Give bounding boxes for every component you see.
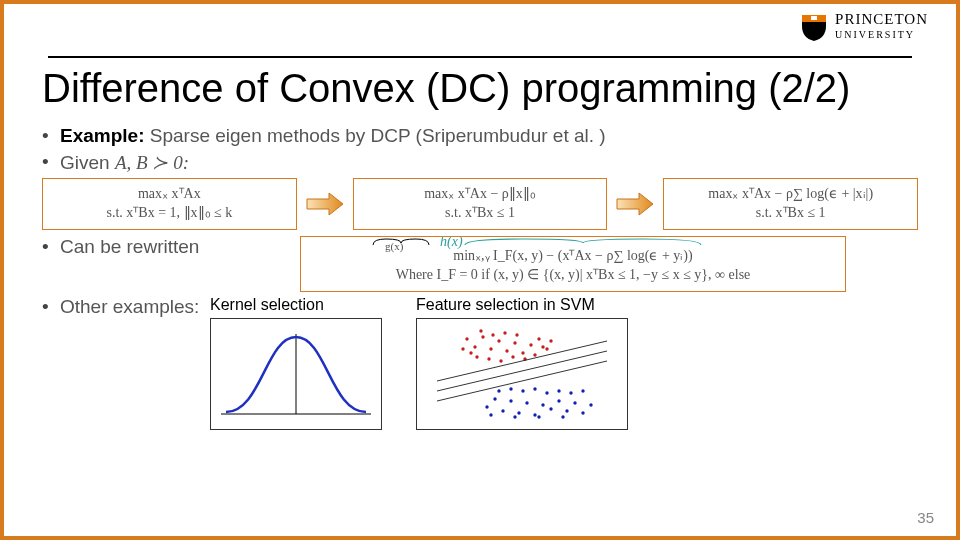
svg-point-33 <box>525 401 528 404</box>
svg-point-53 <box>561 415 564 418</box>
svg-point-32 <box>517 411 520 414</box>
shield-icon <box>799 12 829 42</box>
bullet-example: Example: Sparse eigen methods by DCP (Sr… <box>42 125 918 147</box>
examples-row: Kernel selection Feature selection in SV… <box>210 296 918 430</box>
other-label: Other examples: <box>60 296 199 317</box>
bullet-rewrite: Can be rewritten g(x) minₓ,ᵧ I_F(x, y) −… <box>42 236 918 292</box>
bullet-other: Other examples: Kernel selection Feature… <box>42 296 918 430</box>
svg-point-5 <box>481 335 484 338</box>
svg-point-48 <box>569 391 572 394</box>
svg-point-16 <box>499 359 502 362</box>
svg-point-10 <box>521 351 524 354</box>
header-rule <box>48 22 912 58</box>
svg-point-15 <box>487 357 490 360</box>
box1-line2: s.t. xᵀBx = 1, ‖x‖₀ ≤ k <box>55 204 284 223</box>
svg-line-56 <box>437 341 607 381</box>
slide-title: Difference of Convex (DC) programming (2… <box>42 66 918 111</box>
box-original: maxₓ xᵀAx s.t. xᵀBx = 1, ‖x‖₀ ≤ k <box>42 178 297 230</box>
example-label: Example: <box>60 125 144 146</box>
svg-point-31 <box>509 399 512 402</box>
box-rewrite: g(x) minₓ,ᵧ I_F(x, y) − (xᵀAx − ρ∑ log(ϵ… <box>300 236 846 292</box>
rewrite-label: Can be rewritten <box>60 236 199 257</box>
svg-point-6 <box>489 347 492 350</box>
svg-rect-0 <box>811 16 817 20</box>
arrow-icon <box>615 190 655 218</box>
svg-point-8 <box>505 349 508 352</box>
given-label: Given <box>60 152 110 173</box>
example-kernel: Kernel selection <box>210 296 382 430</box>
logo-line1: PRINCETON <box>835 12 928 27</box>
svg-point-36 <box>549 407 552 410</box>
brace-icon <box>371 237 431 247</box>
svg-point-14 <box>475 355 478 358</box>
svg-point-17 <box>511 355 514 358</box>
svg-point-41 <box>589 403 592 406</box>
svg-point-47 <box>557 389 560 392</box>
svg-point-43 <box>509 387 512 390</box>
svg-point-23 <box>549 339 552 342</box>
princeton-logo: PRINCETON UNIVERSITY <box>799 12 928 42</box>
thumb-svm <box>416 318 628 430</box>
bullet-list: Example: Sparse eigen methods by DCP (Sr… <box>42 125 918 430</box>
box3-line2: s.t. xᵀBx ≤ 1 <box>676 204 905 223</box>
box2-line1: maxₓ xᵀAx − ρ‖x‖₀ <box>366 185 595 204</box>
svg-point-50 <box>489 413 492 416</box>
svg-point-39 <box>573 401 576 404</box>
box2-line2: s.t. xᵀBx ≤ 1 <box>366 204 595 223</box>
svg-point-40 <box>581 411 584 414</box>
svg-point-51 <box>513 415 516 418</box>
svg-point-11 <box>529 343 532 346</box>
svg-point-24 <box>515 333 518 336</box>
box1-line1: maxₓ xᵀAx <box>55 185 284 204</box>
svg-point-13 <box>545 347 548 350</box>
svg-point-3 <box>465 337 468 340</box>
svg-point-20 <box>469 351 472 354</box>
page-number: 35 <box>917 509 934 526</box>
svg-point-45 <box>533 387 536 390</box>
svg-point-28 <box>485 405 488 408</box>
svg-point-25 <box>503 331 506 334</box>
svg-line-54 <box>437 361 607 401</box>
svg-point-22 <box>541 345 544 348</box>
svg-point-52 <box>537 415 540 418</box>
svg-point-42 <box>497 389 500 392</box>
svg-point-37 <box>557 399 560 402</box>
arrow-icon <box>305 190 345 218</box>
example-text: Sparse eigen methods by DCP (Sriperumbud… <box>150 125 606 146</box>
svg-point-35 <box>541 403 544 406</box>
svg-point-44 <box>521 389 524 392</box>
rewrite-line2: Where I_F = 0 if (x, y) ∈ {(x, y)| xᵀBx … <box>313 266 833 285</box>
svg-point-49 <box>581 389 584 392</box>
svg-point-9 <box>513 341 516 344</box>
given-expr: A, B ≻ 0: <box>115 152 189 173</box>
slide-frame: PRINCETON UNIVERSITY Difference of Conve… <box>0 0 960 540</box>
ex2-caption: Feature selection in SVM <box>416 296 595 314</box>
svg-point-21 <box>533 353 536 356</box>
ex1-caption: Kernel selection <box>210 296 324 314</box>
brace-icon <box>463 237 703 247</box>
svg-point-29 <box>493 397 496 400</box>
formulation-row: maxₓ xᵀAx s.t. xᵀBx = 1, ‖x‖₀ ≤ k maxₓ x… <box>42 178 918 230</box>
svg-point-27 <box>479 329 482 332</box>
svg-point-46 <box>545 391 548 394</box>
example-svm: Feature selection in SVM <box>416 296 628 430</box>
scatter-icon <box>417 319 627 429</box>
svg-point-38 <box>565 409 568 412</box>
svg-point-19 <box>461 347 464 350</box>
logo-line2: UNIVERSITY <box>835 27 928 42</box>
box-penalized: maxₓ xᵀAx − ρ‖x‖₀ s.t. xᵀBx ≤ 1 <box>353 178 608 230</box>
svg-point-30 <box>501 409 504 412</box>
svg-point-12 <box>537 337 540 340</box>
svg-line-55 <box>437 351 607 391</box>
box-logapprox: maxₓ xᵀAx − ρ∑ log(ϵ + |xᵢ|) s.t. xᵀBx ≤… <box>663 178 918 230</box>
logo-text: PRINCETON UNIVERSITY <box>835 12 928 42</box>
box3-line1: maxₓ xᵀAx − ρ∑ log(ϵ + |xᵢ|) <box>676 185 905 204</box>
svg-point-34 <box>533 413 536 416</box>
svg-point-7 <box>497 339 500 342</box>
svg-point-26 <box>491 333 494 336</box>
gaussian-curve-icon <box>211 319 381 429</box>
thumb-kernel <box>210 318 382 430</box>
svg-point-4 <box>473 345 476 348</box>
